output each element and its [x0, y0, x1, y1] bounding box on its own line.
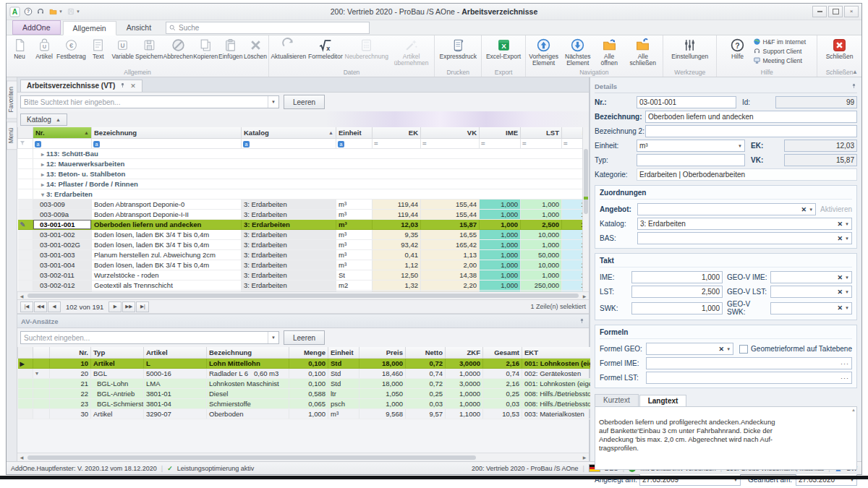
av-column-header-ekt[interactable]: EKT [522, 347, 595, 359]
cell-artikel[interactable]: 3801-01 [144, 389, 207, 399]
cell-artikel[interactable]: 3290-07 [144, 409, 207, 419]
chevron-down-icon[interactable]: ▼ [268, 332, 278, 343]
excel-export-button[interactable]: XExcel-Export [485, 36, 522, 60]
pager-last-button[interactable]: ▶| [136, 301, 149, 312]
group-row[interactable]: ▸13: Beton- u. Stahlbeton [18, 169, 583, 179]
filter-cell-ek[interactable]: = [373, 139, 421, 149]
cell-lst[interactable]: 1,000 [521, 240, 562, 250]
table-row[interactable]: 21BGL-LohnLMALohnkosten Maschinist0,100S… [18, 379, 655, 389]
cell-ek[interactable]: 119,44 [373, 210, 421, 220]
langtext-textarea[interactable]: Oberboden liefern und profilgerecht ande… [595, 406, 857, 470]
cell-ime[interactable]: 1,000 [480, 230, 521, 240]
cell-einheit[interactable]: m³ [336, 230, 373, 240]
speichern-button[interactable]: Speichern [135, 36, 163, 60]
main-grid-filter-row[interactable]: aaaa====== [18, 139, 583, 149]
group-row[interactable]: ▸12: Mauerwerksarbeiten [18, 159, 583, 169]
quick-open-icon[interactable]: ▼ [48, 7, 63, 16]
cell-einheit[interactable]: Std [328, 369, 359, 379]
cell-nr[interactable]: 03-002-011 [33, 270, 92, 281]
cell-preis[interactable]: 9,568 [359, 409, 406, 419]
cell-gesamt[interactable]: 2,16 [483, 359, 522, 369]
cell-netto[interactable]: 0,25 [406, 389, 446, 399]
cell-bez[interactable]: Lohn Mittellohn [207, 359, 289, 369]
alle-schliessen-button[interactable]: Alle schließen [624, 36, 663, 67]
av-column-header-zkf[interactable]: ZKF [446, 347, 483, 359]
chevron-down-icon[interactable]: ▼ [845, 306, 849, 310]
cell-ekt[interactable]: 008: Hilfs./Betriebsstoff [522, 399, 595, 409]
geo-lst-select[interactable]: ✕▼ [770, 286, 852, 298]
cell-bez[interactable]: Wurzelstöcke - roden [92, 270, 242, 281]
cell-ek[interactable]: 0,41 [373, 250, 421, 260]
cell-bez[interactable]: Diesel [207, 389, 289, 399]
cell-einheit[interactable]: m³ [328, 409, 359, 419]
cell-vk[interactable]: 2,20 [421, 281, 480, 291]
cell-ek[interactable]: 1,32 [373, 281, 421, 291]
filter-cell-bez[interactable]: a [92, 139, 242, 149]
scroll-left-icon[interactable]: ◀ [17, 294, 26, 299]
pin-icon[interactable] [119, 82, 126, 89]
cell-nr[interactable]: 03-001-002G [33, 240, 92, 250]
cell-gesamt[interactable]: 2,16 [483, 379, 522, 389]
cell-bez[interactable]: Schmierstoffe [207, 399, 289, 409]
table-row[interactable]: 003-009aBoden Abtransport Deponie-I-II3:… [18, 210, 583, 220]
row-selector[interactable] [18, 281, 33, 291]
cell-bez[interactable]: Oberboden liefern und andecken [92, 220, 242, 230]
filter-cell-einheit[interactable]: a [336, 139, 373, 149]
scroll-right-icon[interactable]: ▶ [580, 294, 589, 299]
equals-filter-icon[interactable]: = [563, 140, 568, 147]
table-row[interactable]: 003-009Boden Abtransport Deponie-03: Erd… [18, 200, 583, 210]
expand-icon[interactable]: ▸ [41, 151, 44, 158]
cell-einheit[interactable]: m³ [336, 220, 373, 230]
quick-save-icon[interactable]: ▼ [67, 7, 80, 16]
row-selector[interactable] [18, 260, 33, 270]
row-selector[interactable]: ▶ [18, 359, 33, 369]
table-row[interactable]: 03-002-012Geotextil als Trennschicht3: E… [18, 281, 583, 291]
filter-cell-swk[interactable]: = [562, 139, 583, 149]
filter-cell-ime[interactable]: = [480, 139, 521, 149]
katalog-select[interactable]: 3: Erdarbeiten✕▼ [637, 218, 852, 230]
av-column-header-preis[interactable]: Preis [359, 347, 406, 359]
chevron-down-icon[interactable]: ▼ [845, 290, 849, 294]
cell-nr[interactable]: 23 [50, 399, 91, 409]
cell-menge[interactable]: 0,065 [289, 399, 328, 409]
expressdruck-button[interactable]: Expressdruck [438, 36, 478, 60]
collapse-icon[interactable]: ▾ [41, 192, 44, 198]
cell-vk[interactable]: 1,13 [421, 250, 480, 260]
support-client-button[interactable]: Support Client [753, 47, 807, 55]
filter-cell-kat[interactable]: a [242, 139, 336, 149]
abbrechen-button[interactable]: Abbrechen [163, 36, 193, 60]
cell-ekt[interactable]: 003: Materialkosten [522, 409, 595, 419]
cell-ime[interactable]: 1,000 [480, 210, 521, 220]
pager-next-button[interactable]: ▶ [109, 301, 122, 312]
row-selector[interactable] [18, 399, 33, 409]
cell-einheit[interactable]: m³ [336, 260, 373, 270]
ellipsis-button[interactable]: ··· [841, 374, 849, 382]
cell-typ[interactable]: BGL [91, 369, 144, 379]
cell-ime[interactable]: 1,000 [480, 281, 521, 291]
cell-einheit[interactable]: Std [328, 379, 359, 389]
cell-typ[interactable]: BGL-Schmierstoff [91, 399, 144, 409]
document-tab[interactable]: Arbeitsverzeichnisse (VT) ✕ [20, 80, 142, 92]
cell-ime[interactable]: 1,000 [480, 250, 521, 260]
row-selector[interactable] [18, 369, 33, 379]
cell-nr[interactable]: 03-001-003 [33, 250, 92, 260]
table-row[interactable]: 03-001-003Planum herstellen zul. Abweich… [18, 250, 583, 260]
cell-typ[interactable]: BGL-Lohn [91, 379, 144, 389]
cell-gesamt[interactable]: 0,74 [483, 369, 522, 379]
chevron-down-icon[interactable]: ▼ [738, 144, 742, 148]
cell-lst[interactable]: 250,000 [521, 281, 562, 291]
filter-cell-nr[interactable]: a [33, 139, 92, 149]
bottom-hscrollbar[interactable]: ◀ ▶ [17, 453, 589, 461]
column-header-vk[interactable]: VK [421, 127, 480, 139]
sidebar-tab-favoriten[interactable]: Favoriten [7, 80, 17, 119]
app-logo-icon[interactable]: A [9, 7, 20, 17]
aktivieren-link[interactable]: Aktivieren [820, 205, 852, 213]
column-header-einheit[interactable]: Einheit [336, 127, 373, 139]
cell-kat[interactable]: 3: Erdarbeiten [242, 220, 336, 230]
tab-addone[interactable]: AddOne [12, 20, 61, 35]
expand-icon[interactable]: ▸ [41, 161, 44, 168]
table-row[interactable]: 03-002-011Wurzelstöcke - roden3: Erdarbe… [18, 270, 583, 281]
cell-vk[interactable]: 15,87 [421, 220, 480, 230]
table-row[interactable]: ✎03-001-001Oberboden liefern und andecke… [18, 220, 583, 230]
cell-netto[interactable]: 0,72 [406, 359, 446, 369]
